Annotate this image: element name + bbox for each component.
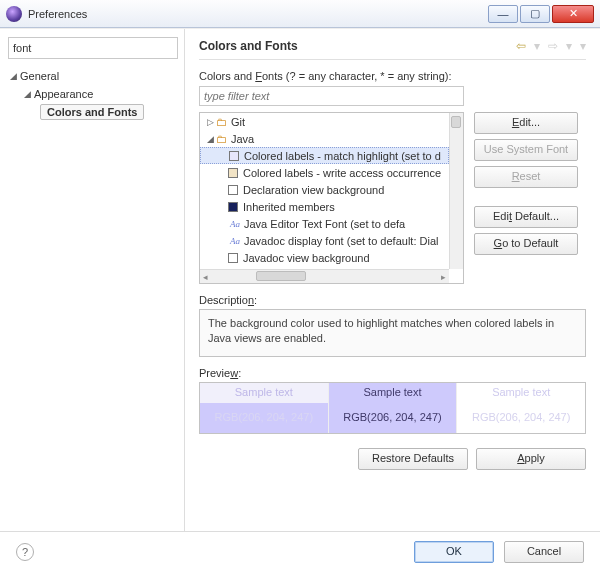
color-swatch-icon [228,253,238,263]
tree-item-write-access[interactable]: Colored labels - write access occurrence [200,164,449,181]
apply-button[interactable]: Apply [476,448,586,470]
tree-item-javadoc-font[interactable]: AaJavadoc display font (set to default: … [200,232,449,249]
preview-label: Preview: [199,367,586,379]
maximize-button[interactable]: ▢ [520,5,550,23]
description-label: Description: [199,294,586,306]
page-nav: ⇦▾ ⇨▾ ▾ [516,39,586,53]
preview-rgb: RGB(206, 204, 247) [200,403,328,433]
folder-icon: 🗀 [216,116,227,128]
description-text: The background color used to highlight m… [199,309,586,357]
tree-item-editor-font[interactable]: AaJava Editor Text Font (set to defa [200,215,449,232]
category-tree[interactable]: ◢General ◢Appearance Colors and Fonts [8,67,178,121]
close-button[interactable]: ✕ [552,5,594,23]
edit-default-button[interactable]: Edit Default... [474,206,578,228]
tree-filter-input[interactable] [199,86,464,106]
ok-button[interactable]: OK [414,541,494,563]
tree-item-javadoc-bg[interactable]: Javadoc view background [200,249,449,266]
font-icon: Aa [228,219,242,229]
edit-button[interactable]: Edit... [474,112,578,134]
scroll-right-icon[interactable]: ▸ [441,272,446,282]
tree-item-java[interactable]: ◢🗀Java [200,130,449,147]
back-icon[interactable]: ⇦ [516,39,526,53]
tree-label: General [20,70,59,82]
category-panel: ◢General ◢Appearance Colors and Fonts [0,29,185,531]
preferences-page: Colors and Fonts ⇦▾ ⇨▾ ▾ Colors and Font… [185,29,600,531]
tree-item-match-highlight[interactable]: Colored labels - match highlight (set to… [200,147,449,164]
app-icon [6,6,22,22]
preview-sample: Sample text [329,383,457,403]
page-title: Colors and Fonts [199,39,516,53]
font-icon: Aa [228,236,242,246]
color-swatch-icon [228,202,238,212]
dialog-footer: ? OK Cancel [0,531,600,571]
title-bar: Preferences — ▢ ✕ [0,0,600,28]
preview-rgb: RGB(206, 204, 247) [329,403,457,433]
tree-item-git[interactable]: ▷🗀Git [200,113,449,130]
folder-icon: 🗀 [216,133,227,145]
tree-item-general[interactable]: ◢General [8,67,178,85]
tree-item-declaration-bg[interactable]: Declaration view background [200,181,449,198]
forward-icon[interactable]: ⇨ [548,39,558,53]
scrollbar-horizontal-thumb[interactable] [256,271,306,281]
cancel-button[interactable]: Cancel [504,541,584,563]
scrollbar-vertical-thumb[interactable] [451,116,461,128]
window-title: Preferences [28,8,488,20]
tree-item-colors-and-fonts[interactable]: Colors and Fonts [8,103,178,121]
colors-fonts-tree[interactable]: ▷🗀Git ◢🗀Java Colored labels - match high… [199,112,464,284]
preview-rgb: RGB(206, 204, 247) [457,403,585,433]
preview-sample: Sample text [457,383,585,403]
color-swatch-icon [229,151,239,161]
tree-label: Appearance [34,88,93,100]
minimize-button[interactable]: — [488,5,518,23]
go-to-default-button[interactable]: Go to Default [474,233,578,255]
tree-item-inherited[interactable]: Inherited members [200,198,449,215]
color-swatch-icon [228,168,238,178]
scrollbar-vertical[interactable] [449,113,463,269]
reset-button[interactable]: Reset [474,166,578,188]
scrollbar-horizontal[interactable] [200,269,449,283]
help-icon[interactable]: ? [16,543,34,561]
tree-item-appearance[interactable]: ◢Appearance [8,85,178,103]
filter-input[interactable] [8,37,178,59]
use-system-font-button[interactable]: Use System Font [474,139,578,161]
restore-defaults-button[interactable]: Restore Defaults [358,448,468,470]
scroll-left-icon[interactable]: ◂ [203,272,208,282]
preview-box: Sample text RGB(206, 204, 247) Sample te… [199,382,586,434]
preview-sample: Sample text [200,383,328,403]
filter-label: Colors and Fonts (? = any character, * =… [199,70,586,82]
color-swatch-icon [228,185,238,195]
